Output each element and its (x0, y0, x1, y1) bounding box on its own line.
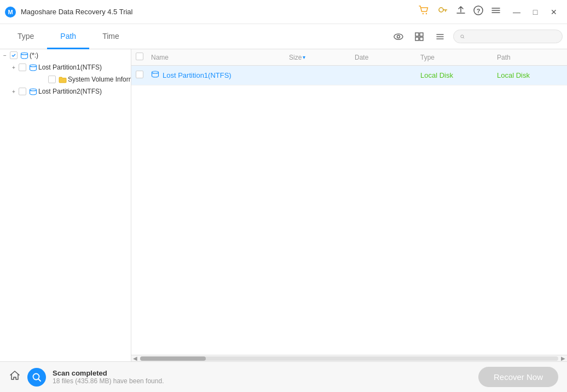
tabs: Type Path Time (4, 24, 132, 49)
svg-point-7 (394, 34, 403, 39)
col-size-header[interactable]: Size ▾ (289, 54, 355, 61)
tab-path[interactable]: Path (47, 24, 89, 49)
grid-view-button[interactable] (412, 29, 427, 44)
file-name-cell: Lost Partition1(NTFS) (151, 70, 289, 80)
scroll-left-arrow[interactable]: ◀ (131, 355, 139, 362)
list-view-button[interactable] (432, 29, 448, 44)
cart-icon[interactable] (418, 4, 430, 19)
svg-point-3 (426, 13, 427, 14)
recover-now-button[interactable]: Recover Now (478, 367, 558, 387)
tree-toggle-root[interactable]: − (1, 51, 9, 59)
svg-point-16 (30, 89, 36, 91)
file-type: Local Disk (420, 71, 497, 79)
svg-point-2 (423, 13, 424, 14)
status-bar: Scan completed 18 files (435.86 MB) have… (0, 361, 567, 392)
tree-node-root[interactable]: − (*:) (0, 49, 131, 61)
row-check[interactable] (136, 71, 151, 80)
minimize-button[interactable]: — (508, 3, 525, 21)
close-button[interactable]: ✕ (545, 3, 563, 21)
scroll-track[interactable] (140, 356, 558, 361)
table-row[interactable]: Lost Partition1(NTFS) Local Disk Local D… (131, 66, 567, 85)
disk-icon-partition1 (28, 63, 37, 72)
menu-icon[interactable] (490, 5, 501, 19)
tree-toggle-partition1[interactable]: + (10, 64, 18, 71)
scroll-right-arrow[interactable]: ▶ (559, 355, 567, 362)
col-type-header[interactable]: Type (420, 54, 497, 61)
magnifier-icon (32, 372, 42, 382)
scroll-thumb[interactable] (140, 356, 206, 361)
file-name: Lost Partition1(NTFS) (163, 71, 232, 79)
search-box[interactable] (453, 30, 563, 43)
bottom-scrollbar[interactable]: ◀ ▶ (131, 355, 567, 361)
col-date-header[interactable]: Date (355, 54, 420, 61)
table-header: Name Size ▾ Date Type (131, 49, 567, 66)
tree-label-root: (*:) (30, 51, 38, 59)
search-icon (460, 33, 465, 41)
title-bar: M Magoshare Data Recovery 4.5 Trial (0, 0, 567, 24)
tree-toggle-sysvolinfo[interactable] (39, 76, 47, 83)
file-list: Lost Partition1(NTFS) Local Disk Local D… (131, 66, 567, 355)
file-panel: Name Size ▾ Date Type (131, 49, 567, 361)
app-title: Magoshare Data Recovery 4.5 Trial (21, 8, 132, 16)
file-disk-icon (151, 70, 159, 80)
svg-point-8 (397, 35, 400, 38)
tree-node-partition1[interactable]: + Lost Partition1(NTFS) (8, 61, 131, 73)
upload-icon[interactable] (455, 5, 466, 19)
col-path-header[interactable]: Path (497, 54, 563, 61)
status-text: Scan completed 18 files (435.86 MB) have… (53, 369, 164, 385)
scan-status-subtitle: 18 files (435.86 MB) have been found. (53, 377, 164, 385)
svg-rect-9 (415, 33, 419, 36)
select-all-checkbox[interactable] (136, 53, 143, 60)
svg-text:?: ? (477, 8, 481, 14)
svg-text:M: M (8, 9, 13, 15)
tree-label-partition2: Lost Partition2(NTFS) (38, 88, 102, 95)
key-icon[interactable] (437, 4, 449, 19)
tree-label-partition1: Lost Partition1(NTFS) (38, 64, 102, 71)
svg-rect-11 (415, 37, 419, 41)
svg-rect-12 (420, 37, 423, 41)
tree-toggle-partition2[interactable]: + (10, 88, 18, 95)
tree-label-sysvolinfo: System Volume Information (68, 76, 131, 83)
tree-checkbox-partition2[interactable] (19, 88, 26, 95)
col-check-header (136, 53, 151, 62)
tree-node-sysvolinfo[interactable]: System Volume Information (15, 73, 131, 85)
svg-point-18 (33, 373, 39, 379)
svg-rect-10 (420, 33, 423, 36)
svg-point-17 (152, 71, 159, 73)
help-icon[interactable]: ? (473, 5, 484, 19)
col-name-header: Name (151, 54, 289, 61)
tree-checkbox-partition1[interactable] (19, 64, 26, 71)
folder-icon-sysvolinfo (58, 75, 67, 84)
disk-icon-root (20, 51, 28, 60)
tree-checkbox-sysvolinfo[interactable] (48, 76, 56, 83)
tree-checkbox-root[interactable] (10, 51, 18, 59)
tab-time[interactable]: Time (89, 24, 132, 49)
tab-type[interactable]: Type (4, 24, 47, 49)
tree-panel: − (*:) + Lost Partition1(NTF (0, 49, 131, 361)
svg-point-15 (30, 65, 36, 67)
search-input[interactable] (468, 32, 556, 41)
tab-bar: Type Path Time (0, 24, 567, 49)
status-left: Scan completed 18 files (435.86 MB) have… (9, 368, 164, 387)
view-toggle-button[interactable] (391, 29, 406, 44)
home-button[interactable] (9, 370, 21, 384)
file-path: Local Disk (497, 71, 563, 79)
disk-icon-partition2 (28, 87, 37, 96)
tree-node-partition2[interactable]: + Lost Partition2(NTFS) (8, 85, 131, 97)
status-search-button[interactable] (27, 368, 46, 387)
svg-point-14 (21, 53, 27, 55)
main-content: − (*:) + Lost Partition1(NTF (0, 49, 567, 361)
title-bar-left: M Magoshare Data Recovery 4.5 Trial (4, 6, 132, 18)
tab-actions (391, 29, 563, 44)
app-logo-icon: M (4, 6, 16, 18)
sort-icon: ▾ (303, 54, 305, 60)
scan-status-title: Scan completed (53, 369, 164, 377)
maximize-button[interactable]: □ (526, 3, 544, 21)
title-bar-right: ? — □ ✕ (418, 3, 563, 21)
window-controls: — □ ✕ (508, 3, 563, 21)
